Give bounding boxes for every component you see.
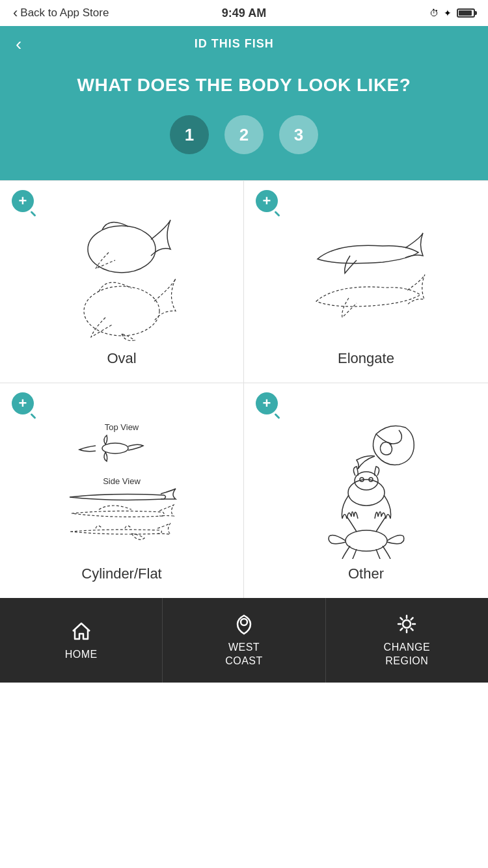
fish-option-other[interactable]: +: [244, 383, 488, 598]
back-to-appstore[interactable]: ‹ Back to App Store: [13, 5, 109, 21]
battery-icon: [457, 8, 475, 18]
header-question: WHAT DOES THE BODY LOOK LIKE?: [77, 75, 411, 96]
svg-point-10: [241, 619, 247, 625]
cylinder-flat-illustration: Top View Side View: [10, 416, 233, 559]
svg-point-0: [88, 226, 156, 273]
zoom-icon-cylinder-flat: +: [12, 392, 36, 417]
gear-icon: [395, 612, 418, 636]
step-3[interactable]: 3: [279, 115, 318, 154]
elongate-illustration: [254, 213, 478, 344]
nav-west-coast[interactable]: WEST COAST: [163, 598, 325, 683]
oval-label: Oval: [107, 350, 136, 367]
svg-point-11: [403, 620, 411, 628]
fish-grid: + Ov: [0, 180, 488, 598]
svg-point-3: [102, 443, 128, 454]
elongate-label: Elongate: [338, 350, 394, 367]
other-label: Other: [348, 565, 384, 582]
home-label: HOME: [65, 648, 98, 662]
svg-text:Side View: Side View: [103, 476, 141, 486]
back-label: Back to App Store: [20, 7, 109, 20]
step-1[interactable]: 1: [170, 115, 209, 154]
header-section: WHAT DOES THE BODY LOOK LIKE? 1 2 3: [0, 62, 488, 180]
nav-back-chevron-icon: ‹: [16, 34, 21, 55]
nav-title: ID THIS FISH: [195, 37, 274, 51]
zoom-icon-other: +: [256, 392, 280, 417]
svg-point-9: [346, 530, 387, 551]
location-icon: [232, 612, 256, 636]
cylinder-flat-label: Cylinder/Flat: [81, 565, 161, 582]
clock-icon: ⏱: [429, 8, 439, 18]
nav-bar: ‹ ID THIS FISH: [0, 26, 488, 62]
step-2[interactable]: 2: [224, 115, 264, 154]
svg-point-5: [348, 480, 385, 506]
svg-text:Top View: Top View: [105, 422, 139, 432]
zoom-icon-elongate: +: [256, 190, 280, 215]
status-time: 9:49 AM: [222, 7, 266, 20]
home-icon: [70, 619, 93, 643]
bottom-nav: HOME WEST COAST CHANGE REGION: [0, 598, 488, 683]
oval-illustration: [10, 213, 233, 344]
fish-option-elongate[interactable]: + Elongate: [244, 181, 488, 383]
back-button[interactable]: ‹: [16, 34, 21, 55]
bluetooth-icon: ✦: [444, 8, 452, 18]
step-indicators: 1 2 3: [170, 115, 318, 154]
nav-change-region[interactable]: CHANGE REGION: [326, 598, 488, 683]
status-icons: ⏱ ✦: [429, 8, 475, 18]
status-bar: ‹ Back to App Store 9:49 AM ⏱ ✦: [0, 0, 488, 26]
svg-point-1: [84, 286, 159, 336]
nav-home[interactable]: HOME: [0, 598, 163, 683]
fish-option-cylinder-flat[interactable]: + Top View Side View: [0, 383, 244, 598]
other-illustration: [254, 416, 478, 559]
chevron-left-icon: ‹: [13, 5, 18, 21]
zoom-icon-oval: +: [12, 190, 36, 215]
change-region-label: CHANGE REGION: [384, 641, 430, 668]
west-coast-label: WEST COAST: [225, 641, 263, 668]
fish-option-oval[interactable]: + Ov: [0, 181, 244, 383]
